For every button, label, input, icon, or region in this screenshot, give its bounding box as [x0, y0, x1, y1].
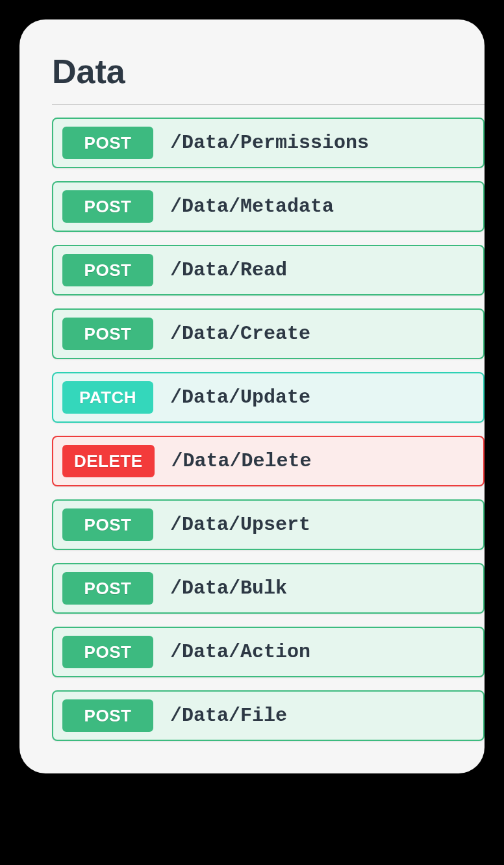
method-badge: POST: [62, 699, 153, 732]
divider: [52, 104, 485, 105]
method-badge: POST: [62, 127, 153, 159]
endpoint-row[interactable]: POST/Data/Action: [52, 627, 485, 677]
method-badge: POST: [62, 572, 153, 605]
method-badge: POST: [62, 318, 153, 350]
endpoint-path: /Data/Update: [170, 386, 310, 408]
section-title: Data: [52, 52, 485, 91]
endpoint-path: /Data/Permissions: [170, 132, 369, 154]
api-panel: Data POST/Data/PermissionsPOST/Data/Meta…: [19, 19, 485, 773]
method-badge: POST: [62, 254, 153, 286]
endpoint-list: POST/Data/PermissionsPOST/Data/MetadataP…: [52, 118, 485, 741]
endpoint-row[interactable]: POST/Data/Bulk: [52, 563, 485, 614]
endpoint-row[interactable]: POST/Data/Upsert: [52, 499, 485, 550]
endpoint-row[interactable]: POST/Data/File: [52, 690, 485, 741]
endpoint-row[interactable]: POST/Data/Permissions: [52, 118, 485, 168]
endpoint-path: /Data/Create: [170, 323, 310, 345]
method-badge: POST: [62, 508, 153, 541]
endpoint-path: /Data/Read: [170, 259, 287, 281]
method-badge: POST: [62, 636, 153, 668]
method-badge: POST: [62, 190, 153, 223]
endpoint-row[interactable]: POST/Data/Metadata: [52, 181, 485, 232]
endpoint-row[interactable]: POST/Data/Create: [52, 308, 485, 359]
endpoint-path: /Data/Upsert: [170, 514, 310, 536]
endpoint-row[interactable]: PATCH/Data/Update: [52, 372, 485, 423]
endpoint-path: /Data/Delete: [171, 450, 312, 472]
endpoint-path: /Data/Metadata: [170, 195, 334, 218]
endpoint-path: /Data/Action: [170, 641, 310, 663]
endpoint-path: /Data/File: [170, 705, 287, 727]
endpoint-row[interactable]: DELETE/Data/Delete: [52, 436, 485, 486]
endpoint-path: /Data/Bulk: [170, 577, 287, 599]
method-badge: DELETE: [62, 445, 155, 477]
endpoint-row[interactable]: POST/Data/Read: [52, 245, 485, 295]
method-badge: PATCH: [62, 381, 153, 414]
